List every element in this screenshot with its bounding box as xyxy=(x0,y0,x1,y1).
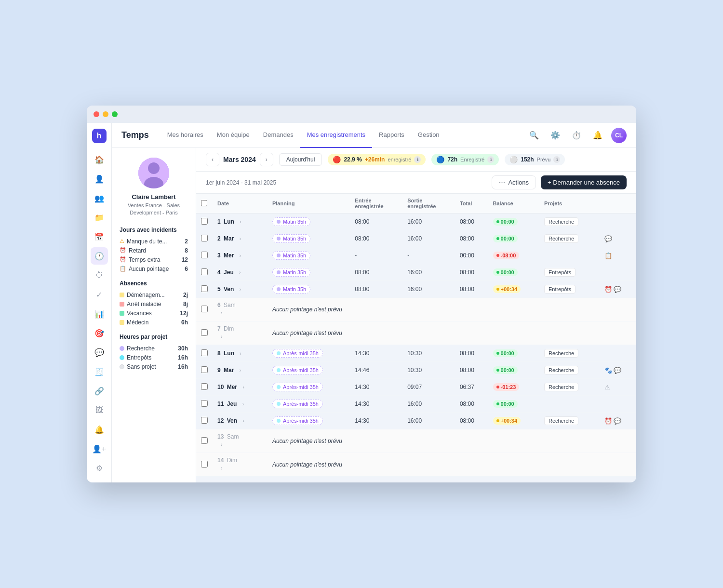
nav-image-icon[interactable]: 🖼 xyxy=(91,401,108,419)
nav-message-icon[interactable]: 💬 xyxy=(91,344,108,361)
nav-chart-icon[interactable]: 📊 xyxy=(91,305,108,322)
row-checkbox[interactable] xyxy=(201,306,208,312)
next-month-button[interactable]: › xyxy=(260,153,273,166)
request-absence-button[interactable]: + Demander une absence xyxy=(541,175,627,189)
nav-rapports[interactable]: Rapports xyxy=(372,123,411,148)
nav-gestion[interactable]: Gestion xyxy=(411,123,446,148)
project-dot-entrepots xyxy=(120,355,124,360)
row-chevron-icon[interactable]: › xyxy=(217,332,226,341)
total-cell: 08:00 xyxy=(455,362,488,379)
today-button[interactable]: Aujourd'hui xyxy=(279,153,322,166)
bell-icon[interactable]: 🔔 xyxy=(590,128,605,143)
project-badge: Recherche xyxy=(544,234,578,243)
icons-cell: ⚠ xyxy=(600,379,636,396)
balance-cell: 00:00 xyxy=(488,362,539,379)
absence-dot-maladie xyxy=(120,302,124,307)
row-checkbox[interactable] xyxy=(201,349,208,356)
stat-152h-info[interactable]: ℹ xyxy=(553,156,560,163)
nav-person-icon[interactable]: 👤 xyxy=(91,170,108,187)
day-label: Dim xyxy=(227,457,237,464)
row-chevron-icon[interactable]: › xyxy=(239,383,248,391)
nav-check-icon[interactable]: ✓ xyxy=(91,286,108,303)
row-checkbox[interactable] xyxy=(201,218,208,225)
balance-badge: 00:00 xyxy=(493,235,518,242)
nav-adduser-icon[interactable]: 👤+ xyxy=(91,440,108,457)
row-checkbox[interactable] xyxy=(201,252,208,258)
minimize-btn[interactable] xyxy=(103,111,108,117)
row-chevron-icon[interactable]: › xyxy=(217,464,226,472)
row-chevron-icon[interactable]: › xyxy=(236,268,244,277)
stat-72h-info[interactable]: ℹ xyxy=(487,156,494,163)
row-checkbox[interactable] xyxy=(201,329,208,336)
nav-alert-icon[interactable]: 🔔 xyxy=(91,421,108,438)
day-num: 6 xyxy=(217,302,221,308)
actions-button[interactable]: ⋯ Actions xyxy=(492,175,536,189)
row-chevron-icon[interactable]: › xyxy=(236,285,244,294)
search-icon[interactable]: 🔍 xyxy=(526,128,542,143)
row-checkbox[interactable] xyxy=(201,383,208,390)
day-cell: 4 Jeu xyxy=(217,269,234,276)
nav-demandes[interactable]: Demandes xyxy=(256,123,300,148)
close-btn[interactable] xyxy=(94,111,99,117)
absence-dot-vacances xyxy=(120,311,124,316)
row-checkbox[interactable] xyxy=(201,285,208,292)
nav-clock-icon[interactable]: 🕐 xyxy=(91,247,108,265)
nav-clock2-icon[interactable]: ⏱ xyxy=(91,267,108,284)
nav-target-icon[interactable]: 🎯 xyxy=(91,324,108,342)
stat-percent-info[interactable]: ℹ xyxy=(414,156,421,163)
nav-mes-horaires[interactable]: Mes horaires xyxy=(161,123,210,148)
incident-count-extra: 12 xyxy=(182,256,188,263)
row-chevron-icon[interactable]: › xyxy=(236,234,244,243)
project-badge: Entrepôts xyxy=(544,285,576,294)
row-chevron-icon[interactable]: › xyxy=(217,308,226,317)
day-label: Mer xyxy=(224,252,234,259)
absence-label-vacances: Vacances xyxy=(127,310,152,317)
row-checkbox[interactable] xyxy=(201,235,208,241)
row-checkbox[interactable] xyxy=(201,461,208,468)
planning-pill: Après-midi 35h xyxy=(272,383,323,391)
row-icon: 📋 xyxy=(604,252,612,259)
stat-pill-percent: 🔴 22,9 % +26min enregistré ℹ xyxy=(328,154,426,165)
row-chevron-icon[interactable]: › xyxy=(217,440,226,449)
row-chevron-icon[interactable]: › xyxy=(239,416,248,425)
day-label: Ven xyxy=(224,286,234,293)
entry-cell: 14:30 xyxy=(350,345,402,362)
row-chevron-icon[interactable]: › xyxy=(236,251,244,260)
row-chevron-icon[interactable]: › xyxy=(239,400,247,408)
nav-mes-enregistrements[interactable]: Mes enregistrements xyxy=(300,123,372,148)
row-checkbox[interactable] xyxy=(201,437,208,444)
settings-icon[interactable]: ⚙️ xyxy=(548,128,563,143)
timer-icon[interactable]: ⏱️ xyxy=(569,128,584,143)
row-checkbox[interactable] xyxy=(201,366,208,373)
incident-item-retard: ⏰ Retard 8 xyxy=(120,247,188,254)
nav-mon-equipe[interactable]: Mon équipe xyxy=(210,123,256,148)
absence-maladie: Arrêt maladie 8j xyxy=(120,301,188,307)
nav-bill-icon[interactable]: 🧾 xyxy=(91,363,108,380)
row-chevron-icon[interactable]: › xyxy=(236,217,245,226)
absence-dot-demenagement xyxy=(120,293,124,297)
table-row: 3 Mer › Matin 35h - - 00:00 -08:00 📋 xyxy=(196,247,636,264)
total-cell: 08:00 xyxy=(455,230,488,247)
nav-folder-icon[interactable]: 📁 xyxy=(91,209,108,226)
prev-month-button[interactable]: ‹ xyxy=(206,153,219,166)
planning-pill: Matin 35h xyxy=(272,234,310,243)
absence-medecin: Médecin 6h xyxy=(120,319,188,326)
nav-team-icon[interactable]: 👥 xyxy=(91,189,108,207)
nav-home-icon[interactable]: 🏠 xyxy=(91,151,108,168)
entry-cell: 08:00 xyxy=(350,230,402,247)
nav-calendar-icon[interactable]: 📅 xyxy=(91,228,108,245)
no-schedule-text: Aucun pointage n'est prévu xyxy=(268,429,636,453)
absence-label-medecin: Médecin xyxy=(127,319,148,326)
row-checkbox[interactable] xyxy=(201,417,208,424)
nav-link-icon[interactable]: 🔗 xyxy=(91,382,108,400)
absence-demenagement: Déménagem... 2j xyxy=(120,292,188,298)
row-chevron-icon[interactable]: › xyxy=(236,366,244,374)
project-label-sans: Sans projet xyxy=(127,363,156,370)
row-chevron-icon[interactable]: › xyxy=(236,349,245,358)
row-checkbox[interactable] xyxy=(201,400,208,407)
user-avatar[interactable]: CL xyxy=(611,128,627,143)
row-checkbox[interactable] xyxy=(201,268,208,275)
select-all-checkbox[interactable] xyxy=(201,200,207,206)
nav-settings-icon[interactable]: ⚙ xyxy=(91,459,108,477)
maximize-btn[interactable] xyxy=(112,111,118,117)
